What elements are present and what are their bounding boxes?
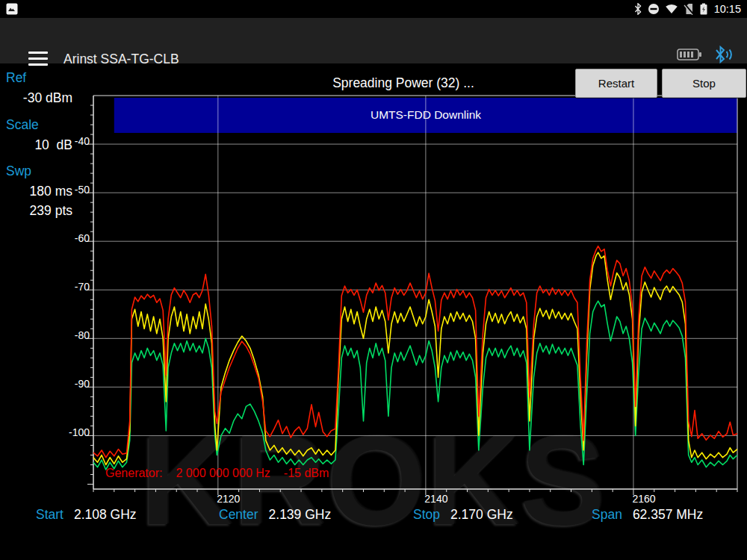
- generator-frequency: 2 000 000 000 Hz: [176, 467, 270, 480]
- battery-charging-icon: [700, 3, 707, 15]
- center-frequency[interactable]: Center 2.139 GHz: [219, 507, 331, 523]
- y-axis-tick-label: -80: [75, 329, 90, 341]
- stop-label: Stop: [413, 507, 440, 523]
- sweep-label[interactable]: Swp: [6, 164, 31, 179]
- y-axis-tick-label: -60: [75, 232, 90, 244]
- center-value: 2.139 GHz: [269, 507, 332, 523]
- y-axis-tick-label: -90: [75, 378, 90, 390]
- start-frequency[interactable]: Start 2.108 GHz: [36, 507, 137, 523]
- generator-label: Generator:: [105, 467, 162, 480]
- span-label: Span: [592, 507, 622, 523]
- sweep-time-value: 180 ms: [6, 184, 72, 199]
- measurement-title: Spreading Power (32) ...: [194, 75, 613, 91]
- band-banner-label: UMTS-FDD Downlink: [114, 97, 737, 132]
- y-axis-tick-label: -70: [75, 281, 90, 293]
- y-axis-tick-label: -40: [75, 135, 90, 147]
- bluetooth-connected-icon[interactable]: [713, 45, 734, 64]
- start-label: Start: [36, 507, 63, 523]
- sweep-points-value: 239 pts: [6, 203, 72, 219]
- wifi-icon: [665, 3, 678, 15]
- ref-value: -30 dBm: [6, 90, 72, 106]
- generator-level: -15 dBm: [284, 467, 329, 480]
- app-bar: Arinst SSA-TG-CLB: [0, 18, 747, 63]
- device-battery-icon[interactable]: [677, 47, 702, 62]
- bluetooth-icon: [633, 3, 642, 15]
- center-label: Center: [219, 507, 258, 523]
- app-title: Arinst SSA-TG-CLB: [63, 52, 179, 67]
- y-axis-tick-label: -50: [75, 184, 90, 196]
- scale-label[interactable]: Scale: [6, 117, 39, 133]
- generator-readout[interactable]: Generator: 2 000 000 000 Hz -15 dBm: [105, 467, 329, 480]
- android-nav-bar: [0, 523, 747, 560]
- span-frequency[interactable]: Span 62.357 MHz: [592, 507, 703, 523]
- stop-frequency[interactable]: Stop 2.170 GHz: [413, 507, 513, 523]
- screenshot-notification-icon: [6, 3, 18, 15]
- restart-button[interactable]: Restart: [575, 69, 657, 98]
- stop-value: 2.170 GHz: [450, 507, 513, 523]
- stop-button[interactable]: Stop: [662, 69, 746, 98]
- scale-value: 10 dB: [6, 137, 72, 153]
- status-bar: 10:15: [0, 0, 747, 18]
- do-not-disturb-icon: [648, 3, 660, 15]
- start-value: 2.108 GHz: [74, 507, 137, 523]
- hamburger-menu-icon[interactable]: [28, 52, 48, 66]
- no-sim-icon: [684, 3, 695, 15]
- ref-label[interactable]: Ref: [6, 70, 26, 86]
- clock: 10:15: [714, 3, 741, 15]
- span-value: 62.357 MHz: [633, 507, 703, 523]
